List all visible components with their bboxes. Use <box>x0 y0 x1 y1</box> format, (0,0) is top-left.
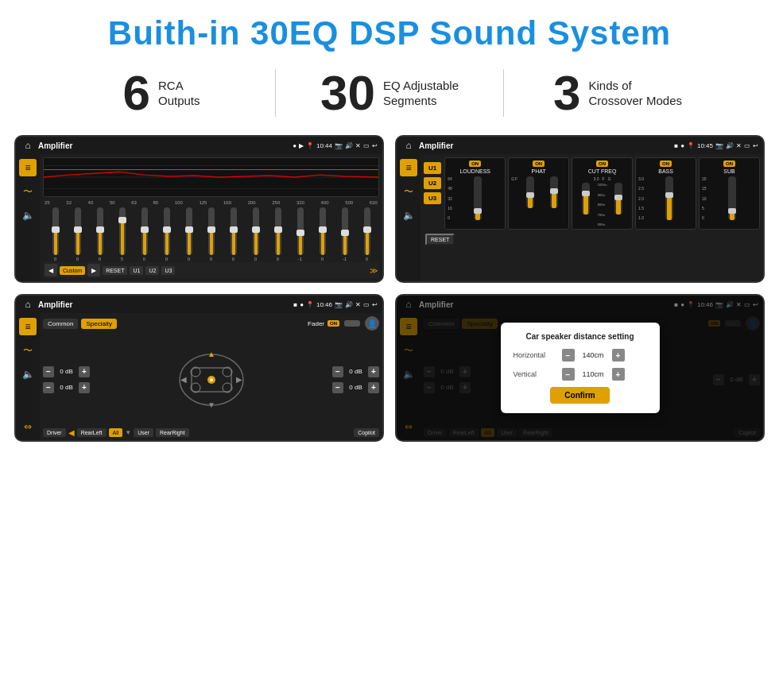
confirm-button[interactable]: Confirm <box>550 387 609 404</box>
eq-slider-8: 0 <box>223 207 244 261</box>
fader-db-row-1: − 0 dB + <box>43 366 90 377</box>
slider-track-11[interactable] <box>297 207 304 255</box>
time-1: 10:44 <box>316 142 332 149</box>
eq-u3-btn[interactable]: U3 <box>161 266 175 275</box>
slider-track-4[interactable] <box>141 207 148 255</box>
fader-plus-4[interactable]: + <box>368 382 379 393</box>
rearright-btn[interactable]: RearRight <box>156 428 189 437</box>
loudness-title: LOUDNESS <box>448 168 502 174</box>
freq-125: 125 <box>199 200 207 205</box>
horizontal-label: Horizontal <box>514 351 557 359</box>
fader-plus-3[interactable]: + <box>368 366 379 377</box>
cutfreq-on-badge[interactable]: ON <box>596 160 608 167</box>
eq-custom-btn[interactable]: Custom <box>60 266 85 275</box>
eq-icon-active[interactable]: ≡ <box>19 159 37 176</box>
speaker-icon-3[interactable]: 🔈 <box>19 365 37 383</box>
home-icon-1[interactable]: ⌂ <box>21 138 35 153</box>
cutfreq-slider-1[interactable] <box>582 183 590 215</box>
driver-btn[interactable]: Driver <box>43 428 66 437</box>
freq-400: 400 <box>321 200 329 205</box>
bass-on-badge[interactable]: ON <box>660 160 672 167</box>
eq-slider-0: 0 <box>45 207 66 261</box>
phat-title: PHAT <box>511 168 566 174</box>
slider-track-14[interactable] <box>364 207 370 255</box>
slider-track-0[interactable] <box>52 207 59 255</box>
wave-icon-1[interactable]: 〜 <box>19 183 37 200</box>
slider-track-10[interactable] <box>275 207 281 255</box>
eq-icon-active-3[interactable]: ≡ <box>19 318 37 335</box>
slider-track-1[interactable] <box>75 207 81 255</box>
home-icon-3[interactable]: ⌂ <box>21 297 35 311</box>
fader-minus-1[interactable]: − <box>43 366 54 377</box>
all-btn[interactable]: All <box>109 428 123 437</box>
horizontal-minus-btn[interactable]: − <box>562 349 575 362</box>
slider-track-8[interactable] <box>231 207 237 255</box>
freq-50: 50 <box>110 200 115 205</box>
fader-minus-3[interactable]: − <box>332 366 343 377</box>
phat-labels-g: G <box>511 176 514 220</box>
fader-on-badge[interactable]: ON <box>327 320 339 327</box>
cam-icon-2: 📷 <box>715 142 723 149</box>
slider-track-13[interactable] <box>342 207 348 255</box>
vertical-plus-btn[interactable]: + <box>612 368 625 381</box>
amp-content: U1 U2 U3 ON LOUDNESS <box>421 154 763 281</box>
time-3: 10:46 <box>316 301 332 308</box>
fader-db-row-3: − 0 dB + <box>332 366 379 377</box>
copilot-btn[interactable]: Copilot <box>354 428 379 437</box>
speaker-icon-2[interactable]: 🔈 <box>400 207 417 224</box>
fader-minus-2[interactable]: − <box>43 382 54 393</box>
slider-track-3[interactable] <box>119 207 126 255</box>
slider-track-9[interactable] <box>253 207 259 255</box>
loudness-slider[interactable] <box>474 176 482 220</box>
slider-track-6[interactable] <box>186 207 192 255</box>
tab-common[interactable]: Common <box>43 319 78 329</box>
arrows-icon-3[interactable]: ⇔ <box>19 418 37 435</box>
vertical-minus-btn[interactable]: − <box>562 368 575 381</box>
eq-reset-btn[interactable]: RESET <box>103 266 127 275</box>
wave-icon-2[interactable]: 〜 <box>400 183 417 200</box>
fader-slider-h[interactable] <box>344 320 360 327</box>
fader-plus-2[interactable]: + <box>79 382 90 393</box>
person-icon-3[interactable]: 👤 <box>365 316 379 331</box>
phat-slider-1[interactable] <box>526 176 534 208</box>
u3-button[interactable]: U3 <box>424 192 441 204</box>
sub-slider[interactable] <box>728 176 736 220</box>
eq-slider-2: 0 <box>89 207 110 261</box>
home-icon-2[interactable]: ⌂ <box>401 138 416 153</box>
eq-play-btn[interactable]: ▶ <box>87 264 100 277</box>
amp-reset-btn[interactable]: RESET <box>425 234 455 246</box>
loudness-on-badge[interactable]: ON <box>469 160 481 167</box>
slider-track-2[interactable] <box>97 207 103 255</box>
cutfreq-slider-2[interactable] <box>614 183 622 215</box>
phat-slider-2[interactable] <box>550 176 558 208</box>
u2-button[interactable]: U2 <box>424 177 441 189</box>
stat-crossover-number: 3 <box>553 68 580 118</box>
more-btn[interactable]: ≫ <box>370 266 378 275</box>
sub-on-badge[interactable]: ON <box>723 160 735 167</box>
user-btn[interactable]: User <box>134 428 153 437</box>
horizontal-plus-btn[interactable]: + <box>612 349 625 362</box>
fader-content: Common Specialty Fader ON 👤 − <box>40 313 382 440</box>
eq-u1-btn[interactable]: U1 <box>130 266 143 275</box>
freq-labels: 25 32 40 50 63 80 100 125 160 200 250 32… <box>43 200 379 205</box>
slider-track-5[interactable] <box>164 207 170 255</box>
fader-plus-1[interactable]: + <box>79 366 90 377</box>
status-icons-2: ■ ● 📍 10:45 📷 🔊 ✕ ▭ ↩ <box>674 142 758 149</box>
screen-eq: ⌂ Amplifier ● ▶ 📍 10:44 📷 🔊 ✕ ▭ ↩ ≡ 〜 🔈 <box>14 135 384 283</box>
tab-specialty[interactable]: Specialty <box>81 319 116 329</box>
freq-25: 25 <box>45 200 50 205</box>
u1-button[interactable]: U1 <box>424 162 441 174</box>
phat-labels-f: F <box>515 176 517 220</box>
eq-prev-btn[interactable]: ◀ <box>45 264 57 277</box>
eq-icon-active-2[interactable]: ≡ <box>400 159 417 176</box>
wave-icon-3[interactable]: 〜 <box>19 342 37 359</box>
bass-slider[interactable] <box>665 176 673 220</box>
slider-track-7[interactable] <box>208 207 215 255</box>
speaker-icon-1[interactable]: 🔈 <box>19 207 37 224</box>
eq-u2-btn[interactable]: U2 <box>145 266 159 275</box>
phat-on-badge[interactable]: ON <box>533 160 545 167</box>
fader-minus-4[interactable]: − <box>332 382 343 393</box>
slider-track-12[interactable] <box>320 207 326 255</box>
screen1-title: Amplifier <box>38 141 289 150</box>
rearleft-btn[interactable]: RearLeft <box>77 428 107 437</box>
